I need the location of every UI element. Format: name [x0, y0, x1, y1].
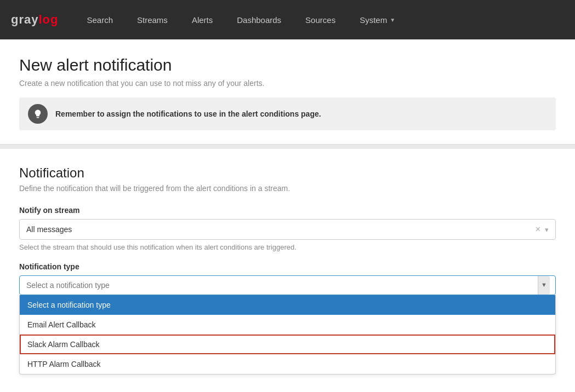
- nav-link-streams[interactable]: Streams: [125, 0, 180, 39]
- stream-clear-icon[interactable]: ×: [536, 224, 540, 234]
- notif-chevron-down-icon: ▼: [541, 281, 547, 288]
- stream-field-group: Notify on stream All messages × ▾ Select…: [19, 206, 556, 251]
- dropdown-item-select-default[interactable]: Select a notification type: [20, 295, 555, 315]
- dropdown-item-slack[interactable]: Slack Alarm Callback: [20, 335, 555, 354]
- nav-link-sources[interactable]: Sources: [293, 0, 348, 39]
- dropdown-item-email[interactable]: Email Alert Callback: [20, 315, 555, 335]
- system-dropdown-icon: ▼: [390, 17, 395, 23]
- form-description: Define the notification that will be tri…: [19, 184, 556, 193]
- page-title: New alert notification: [19, 56, 556, 74]
- logo-gray-text: gray: [11, 13, 38, 27]
- logo: graylog: [11, 13, 58, 27]
- navbar: graylog Search Streams Alerts Dashboards…: [0, 0, 575, 39]
- form-section: Notification Define the notification tha…: [0, 149, 575, 392]
- notif-dropdown-arrow-button[interactable]: ▼: [538, 276, 550, 295]
- stream-select[interactable]: All messages × ▾: [19, 219, 556, 240]
- page-subtitle: Create a new notification that you can u…: [19, 79, 556, 88]
- stream-select-value: All messages: [26, 225, 72, 234]
- form-title: Notification: [19, 165, 556, 181]
- logo-log-text: log: [38, 13, 58, 27]
- notification-type-group: Notification type ▼ Select a notificatio…: [19, 262, 556, 374]
- nav-links: Search Streams Alerts Dashboards Sources…: [75, 0, 407, 39]
- notification-type-dropdown: Select a notification type Email Alert C…: [19, 295, 556, 374]
- nav-link-search[interactable]: Search: [75, 0, 125, 39]
- header-section: New alert notification Create a new noti…: [0, 39, 575, 145]
- main-content: New alert notification Create a new noti…: [0, 39, 575, 392]
- stream-select-controls: × ▾: [536, 224, 549, 234]
- nav-link-dashboards[interactable]: Dashboards: [225, 0, 293, 39]
- info-icon: [28, 104, 48, 124]
- stream-arrow-icon[interactable]: ▾: [545, 226, 549, 234]
- nav-link-system[interactable]: System ▼: [348, 0, 407, 39]
- nav-link-alerts[interactable]: Alerts: [180, 0, 225, 39]
- dropdown-item-http[interactable]: HTTP Alarm Callback: [20, 354, 555, 374]
- notif-type-input[interactable]: [20, 276, 555, 295]
- info-box: Remember to assign the notifications to …: [19, 97, 556, 130]
- stream-label: Notify on stream: [19, 206, 556, 215]
- notif-type-label: Notification type: [19, 262, 556, 271]
- info-message: Remember to assign the notifications to …: [55, 109, 321, 118]
- lightbulb-svg: [33, 109, 43, 119]
- notif-type-wrapper: ▼: [19, 275, 556, 295]
- stream-hint: Select the stream that should use this n…: [19, 243, 556, 251]
